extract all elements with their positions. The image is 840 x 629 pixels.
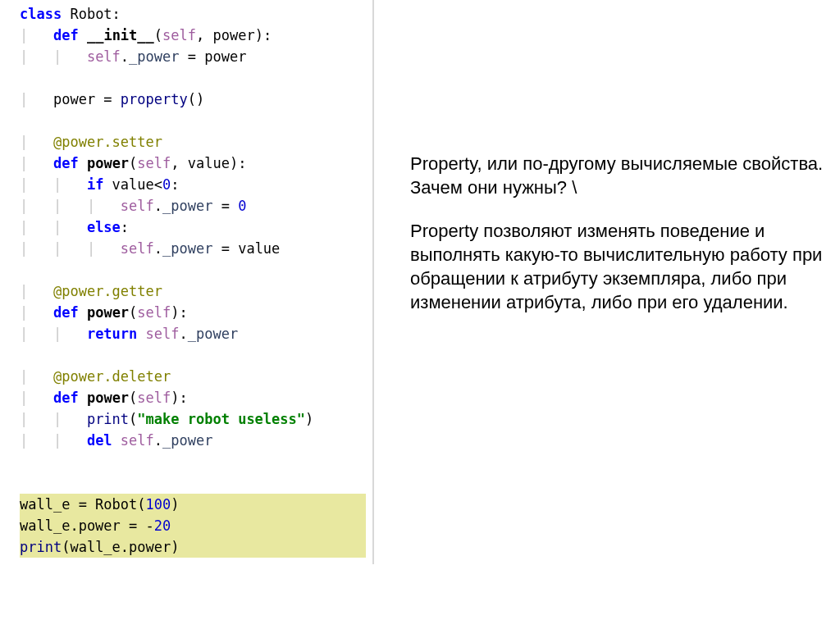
code-line: | | del self._power <box>20 430 366 451</box>
code-line: | | if value<0: <box>20 174 366 195</box>
code-line <box>20 472 366 494</box>
code-line <box>20 110 366 131</box>
code-line <box>20 259 366 280</box>
paragraph-2: Property позволяют изменять поведение и … <box>410 219 840 314</box>
code-line: | def power(self, value): <box>20 153 366 174</box>
code-line <box>20 67 366 89</box>
code-line: | power = property() <box>20 89 366 110</box>
paragraph-1: Property, или по-другому вычисляемые сво… <box>410 152 840 199</box>
code-line: print(wall_e.power) <box>20 536 366 558</box>
code-line: | | return self._power <box>20 323 366 344</box>
code-line: | | | self._power = 0 <box>20 195 366 217</box>
code-line: wall_e.power = -20 <box>20 515 366 536</box>
code-line: | def power(self): <box>20 387 366 408</box>
code-panel: class Robot:| def __init__(self, power):… <box>13 0 374 564</box>
text-panel: Property, или по-другому вычисляемые сво… <box>410 152 840 334</box>
slide: class Robot:| def __init__(self, power):… <box>0 0 840 629</box>
code-line: | @power.deleter <box>20 366 366 387</box>
code-line: | @power.setter <box>20 131 366 153</box>
code-line: | | print("make robot useless") <box>20 408 366 430</box>
code-line: | | | self._power = value <box>20 238 366 259</box>
code-line: | def power(self): <box>20 302 366 323</box>
code-line: wall_e = Robot(100) <box>20 494 366 515</box>
code-line: | | else: <box>20 217 366 238</box>
code-line: class Robot: <box>20 3 366 25</box>
code-line: | | self._power = power <box>20 46 366 67</box>
code-line <box>20 344 366 366</box>
code-line: | @power.getter <box>20 280 366 302</box>
code-line <box>20 451 366 472</box>
code-block: class Robot:| def __init__(self, power):… <box>20 3 366 558</box>
code-line: | def __init__(self, power): <box>20 25 366 46</box>
